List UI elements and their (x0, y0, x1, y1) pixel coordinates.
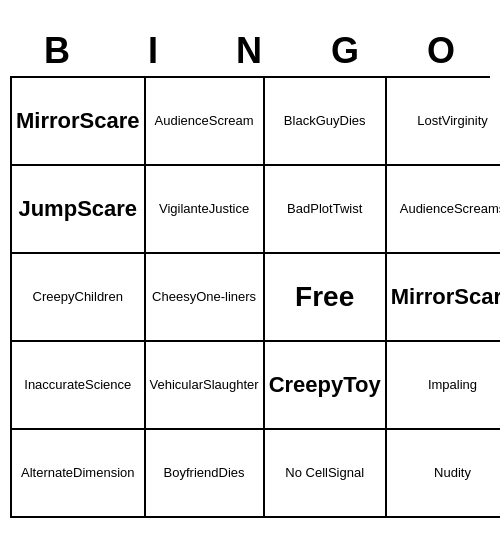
cell-text: Impaling (428, 377, 477, 394)
cell-text: Lost (417, 113, 442, 130)
header-letter: G (298, 26, 394, 76)
cell-text: Bad (287, 201, 310, 218)
cell-text: One- (196, 289, 225, 306)
bingo-grid: MirrorScareAudienceScreamBlackGuyDiesLos… (10, 76, 490, 518)
cell-text: Slaughter (203, 377, 259, 394)
bingo-cell-r2c1[interactable]: JumpScare (12, 166, 146, 254)
cell-text: Jump (18, 195, 77, 224)
cell-text: Justice (209, 201, 249, 218)
bingo-cell-r2c2[interactable]: VigilanteJustice (146, 166, 265, 254)
cell-text: liners (225, 289, 256, 306)
cell-text: Signal (328, 465, 364, 482)
cell-text: Science (85, 377, 131, 394)
cell-text: Audience (155, 113, 209, 130)
bingo-cell-r5c4[interactable]: Nudity (387, 430, 500, 518)
cell-text: Scare (454, 283, 500, 312)
cell-text: Scare (77, 195, 137, 224)
cell-text: No Cell (285, 465, 328, 482)
bingo-cell-r3c3[interactable]: Free (265, 254, 387, 342)
bingo-cell-r3c4[interactable]: MirrorScare (387, 254, 500, 342)
cell-text: Nudity (434, 465, 471, 482)
cell-text: Screams (454, 201, 500, 218)
cell-text: Dimension (73, 465, 134, 482)
bingo-cell-r5c3[interactable]: No CellSignal (265, 430, 387, 518)
header-letter: N (202, 26, 298, 76)
cell-text: Virginity (442, 113, 488, 130)
cell-text: Scare (80, 107, 140, 136)
cell-text: Inaccurate (24, 377, 85, 394)
cell-text: Guy (316, 113, 340, 130)
cell-text: Free (295, 279, 354, 315)
bingo-cell-r3c2[interactable]: CheesyOne-liners (146, 254, 265, 342)
bingo-cell-r1c4[interactable]: LostVirginity (387, 78, 500, 166)
bingo-cell-r2c4[interactable]: AudienceScreams (387, 166, 500, 254)
bingo-header: BINGO (10, 26, 490, 76)
bingo-cell-r2c3[interactable]: BadPlotTwist (265, 166, 387, 254)
header-letter: B (10, 26, 106, 76)
cell-text: Audience (400, 201, 454, 218)
cell-text: Alternate (21, 465, 73, 482)
cell-text: Vehicular (150, 377, 203, 394)
header-letter: O (394, 26, 490, 76)
cell-text: Scream (209, 113, 254, 130)
cell-text: Cheesy (152, 289, 196, 306)
cell-text: Mirror (16, 107, 80, 136)
cell-text: Boyfriend (164, 465, 219, 482)
cell-text: Black (284, 113, 316, 130)
cell-text: Mirror (391, 283, 455, 312)
bingo-cell-r5c1[interactable]: AlternateDimension (12, 430, 146, 518)
cell-text: Dies (219, 465, 245, 482)
cell-text: Creepy (33, 289, 75, 306)
cell-text: Vigilante (159, 201, 209, 218)
bingo-cell-r1c1[interactable]: MirrorScare (12, 78, 146, 166)
cell-text: Twist (333, 201, 363, 218)
bingo-cell-r5c2[interactable]: BoyfriendDies (146, 430, 265, 518)
bingo-cell-r3c1[interactable]: CreepyChildren (12, 254, 146, 342)
cell-text: Children (75, 289, 123, 306)
bingo-cell-r4c4[interactable]: Impaling (387, 342, 500, 430)
header-letter: I (106, 26, 202, 76)
bingo-cell-r1c3[interactable]: BlackGuyDies (265, 78, 387, 166)
bingo-card: BINGO MirrorScareAudienceScreamBlackGuyD… (10, 26, 490, 518)
cell-text: Dies (340, 113, 366, 130)
cell-text: Creepy (269, 371, 344, 400)
cell-text: Toy (343, 371, 380, 400)
bingo-cell-r4c1[interactable]: InaccurateScience (12, 342, 146, 430)
cell-text: Plot (310, 201, 332, 218)
bingo-cell-r4c2[interactable]: VehicularSlaughter (146, 342, 265, 430)
bingo-cell-r1c2[interactable]: AudienceScream (146, 78, 265, 166)
bingo-cell-r4c3[interactable]: CreepyToy (265, 342, 387, 430)
